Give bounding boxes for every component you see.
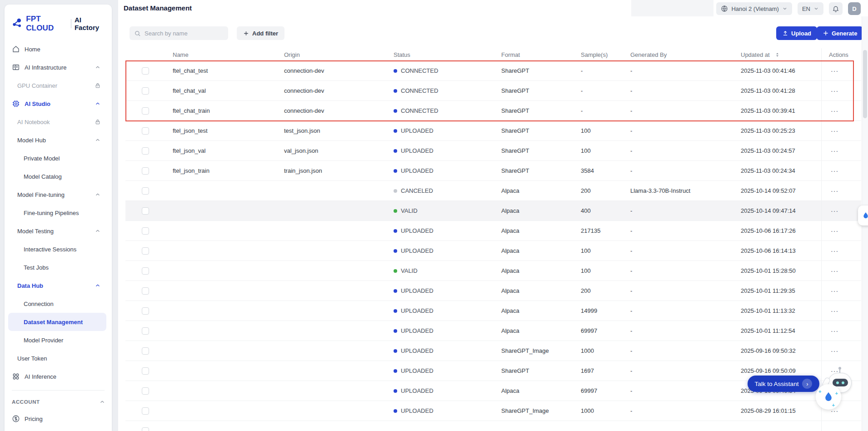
row-checkbox[interactable] [142, 67, 149, 75]
sidebar-section-account[interactable]: ACCOUNT [5, 394, 112, 410]
row-checkbox[interactable] [142, 167, 149, 175]
assistant-minimized-icon[interactable] [858, 205, 868, 226]
status-dot [394, 169, 397, 173]
row-checkbox[interactable] [142, 407, 149, 415]
sidebar-item-ai-inference[interactable]: AI Inference [5, 367, 107, 386]
row-checkbox[interactable] [142, 107, 149, 115]
row-checkbox[interactable] [142, 307, 149, 315]
sidebar-item-fine-tuning-pipelines[interactable]: Fine-tuning Pipelines [5, 204, 107, 222]
sidebar-item-test-jobs[interactable]: Test Jobs [5, 258, 107, 276]
generated-by-value: - [630, 147, 632, 154]
row-checkbox[interactable] [142, 127, 149, 135]
row-actions-button[interactable]: ... [829, 286, 838, 296]
row-actions-button[interactable]: ... [829, 226, 838, 236]
user-avatar[interactable]: D [848, 2, 861, 15]
format-cell: ShareGPT_Image [494, 401, 574, 421]
status-label: UPLOADED [401, 367, 434, 374]
status-cell: UPLOADED [386, 401, 494, 421]
row-actions-button[interactable]: ... [829, 185, 838, 196]
row-checkbox[interactable] [142, 207, 149, 215]
samples-value: 1697 [581, 367, 594, 374]
sidebar-item-model-provider[interactable]: Model Provider [5, 331, 107, 349]
generated-by-cell: - [623, 201, 733, 221]
samples-cell [574, 421, 623, 431]
row-actions-button[interactable]: ... [829, 266, 838, 276]
row-actions-button[interactable]: ... [829, 306, 838, 316]
row-checkbox[interactable] [142, 347, 149, 355]
row-checkbox[interactable] [142, 427, 149, 431]
row-actions-button[interactable]: ... [829, 105, 838, 116]
sidebar-item-user-token[interactable]: User Token [5, 349, 107, 367]
row-checkbox[interactable] [142, 87, 149, 95]
sidebar-item-ai-infrastructure[interactable]: AI Infrastructure [5, 58, 107, 76]
sidebar-item-model-hub[interactable]: Model Hub [5, 131, 107, 149]
language-selector[interactable]: EN [798, 2, 823, 15]
row-checkbox[interactable] [142, 227, 149, 235]
format-cell: ShareGPT [494, 101, 574, 120]
checkbox-cell [125, 121, 165, 140]
row-checkbox[interactable] [142, 147, 149, 155]
origin-value: connection-dev [284, 67, 324, 74]
row-actions-button[interactable]: ... [829, 205, 838, 216]
format-value: Alpaca [501, 387, 519, 394]
sidebar-item-interactive-sessions[interactable]: Interactive Sessions [5, 240, 107, 258]
add-filter-button[interactable]: Add filter [237, 26, 284, 40]
sort-icon[interactable] [774, 52, 780, 58]
sidebar-item-label: Connection [24, 301, 101, 307]
row-checkbox[interactable] [142, 187, 149, 195]
row-checkbox[interactable] [142, 327, 149, 335]
row-actions-button[interactable]: ... [829, 346, 838, 356]
sidebar-item-data-hub[interactable]: Data Hub [5, 276, 107, 295]
row-checkbox[interactable] [142, 247, 149, 255]
generated-by-cell: - [623, 221, 733, 241]
row-actions-button[interactable]: ... [829, 246, 838, 256]
row-actions-button[interactable]: ... [829, 65, 838, 76]
row-checkbox[interactable] [142, 287, 149, 295]
water-drop-badge[interactable]: + + + [816, 384, 841, 410]
row-checkbox[interactable] [142, 367, 149, 375]
row-checkbox[interactable] [142, 267, 149, 275]
row-actions-button[interactable]: ... [829, 125, 838, 136]
checkbox-cell [125, 301, 165, 321]
updated-at-value: 2025-11-03 00:24:57 [741, 147, 795, 154]
app-logo[interactable]: FPT CLOUD AI Factory [5, 11, 112, 40]
checkbox-cell [125, 241, 165, 261]
status-dot [394, 189, 397, 193]
name-cell [165, 281, 277, 301]
row-checkbox[interactable] [142, 387, 149, 395]
table-row: CANCELEDAlpaca200Llama-3.3-70B-Instruct2… [125, 181, 861, 201]
row-actions-button[interactable]: ... [829, 85, 838, 96]
status-cell: UPLOADED [386, 341, 494, 361]
sidebar-item-model-fine-tuning[interactable]: Model Fine-tuning [5, 185, 107, 204]
search-input[interactable] [145, 30, 224, 37]
notifications-button[interactable] [829, 2, 843, 15]
sidebar-item-connection[interactable]: Connection [5, 295, 107, 313]
column-header-updated-at[interactable]: Updated at [733, 48, 821, 61]
sidebar-item-dataset-management[interactable]: Dataset Management [8, 313, 106, 331]
generate-button[interactable]: Generate [817, 26, 863, 40]
sidebar-item-pricing[interactable]: Pricing [5, 410, 107, 428]
sidebar-item-private-model[interactable]: Private Model [5, 149, 107, 167]
updated-at-value: 2025-11-03 00:41:28 [741, 87, 795, 94]
sidebar-item-ai-notebook[interactable]: AI Notebook [5, 113, 107, 131]
row-actions-button[interactable]: ... [829, 326, 838, 336]
sidebar-item-model-testing[interactable]: Model Testing [5, 222, 107, 240]
status-label: CONNECTED [401, 87, 438, 94]
sidebar-item-model-catalog[interactable]: Model Catalog [5, 167, 107, 185]
origin-cell: connection-dev [277, 81, 386, 100]
sidebar-item-ai-studio[interactable]: AI Studio [5, 95, 107, 113]
status-label: VALID [401, 207, 418, 214]
name-cell: ftel_chat_train [165, 101, 277, 120]
sidebar-item-label: Private Model [24, 155, 101, 162]
name-cell: ftel_chat_test [165, 61, 277, 80]
row-actions-button[interactable]: ... [829, 165, 838, 176]
row-actions-button[interactable]: ... [829, 145, 838, 156]
sidebar-item-billing[interactable]: Billing [5, 428, 107, 431]
sidebar-item-gpu-container[interactable]: GPU Container [5, 76, 107, 95]
sidebar-item-home[interactable]: Home [5, 40, 107, 58]
upload-button[interactable]: Upload [776, 26, 817, 40]
scrollbar-thumb[interactable] [863, 50, 867, 118]
column-header-generated-by: Generated By [623, 48, 733, 61]
region-selector[interactable]: Hanoi 2 (Vietnam) [716, 2, 792, 15]
talk-to-assistant-button[interactable]: Talk to Assistant › [748, 376, 819, 392]
